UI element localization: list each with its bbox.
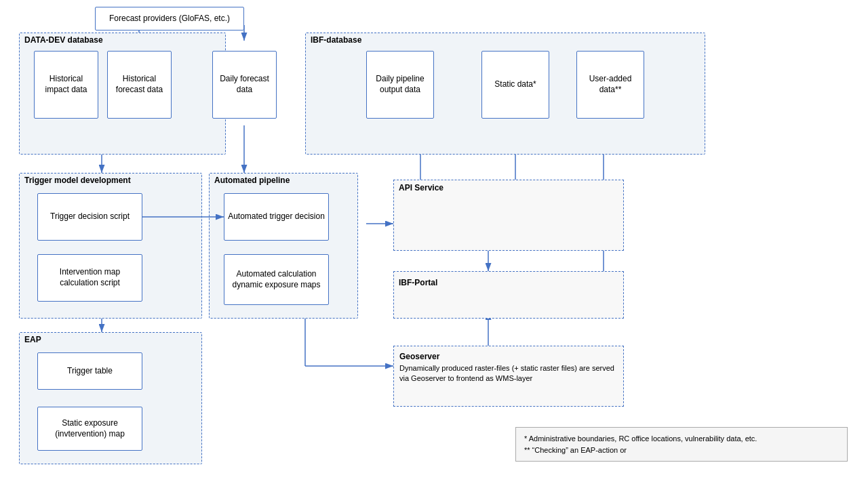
trigger-decision-label: Trigger decision script (50, 211, 130, 222)
diagram: Forecast providers (GloFAS, etc.) DATA-D… (0, 0, 868, 488)
geoserver-container: Geoserver Dynamically produced raster-fi… (393, 346, 624, 407)
footnote-line2: ** “Checking” an EAP-action or (524, 445, 839, 456)
geoserver-desc-label: Dynamically produced raster-files (+ sta… (399, 363, 618, 384)
automated-trigger-label: Automated trigger decision (228, 211, 325, 222)
daily-pipeline-label: Daily pipeline output data (370, 74, 431, 95)
footnote-box: * Administrative boundaries, RC office l… (515, 427, 848, 462)
automated-calc-box: Automated calculation dynamic exposure m… (224, 254, 329, 305)
automated-pipeline-label: Automated pipeline (214, 176, 290, 185)
intervention-map-box: Intervention map calculation script (37, 254, 142, 302)
data-dev-label: DATA-DEV database (24, 35, 103, 45)
daily-forecast-label: Daily forecast data (216, 74, 273, 95)
trigger-table-label: Trigger table (67, 366, 113, 377)
forecast-providers-label: Forecast providers (GloFAS, etc.) (109, 14, 230, 24)
user-added-label: User-added data** (580, 74, 641, 95)
static-data-box: Static data* (481, 51, 549, 119)
eap-label: EAP (24, 335, 41, 344)
api-service-label: API Service (399, 183, 443, 192)
trigger-model-label: Trigger model development (24, 176, 131, 185)
historical-forecast-box: Historical forecast data (107, 51, 172, 119)
intervention-map-label: Intervention map calculation script (41, 267, 139, 288)
automated-trigger-box: Automated trigger decision (224, 193, 329, 241)
historical-forecast-label: Historical forecast data (111, 74, 168, 95)
trigger-table-box: Trigger table (37, 352, 142, 390)
daily-pipeline-box: Daily pipeline output data (366, 51, 434, 119)
ibf-portal-label: IBF-Portal (399, 278, 437, 287)
geoserver-title-label: Geoserver (399, 352, 618, 361)
user-added-box: User-added data** (576, 51, 644, 119)
historical-impact-box: Historical impact data (34, 51, 98, 119)
ibf-db-label: IBF-database (311, 35, 361, 45)
static-data-label: Static data* (494, 79, 536, 90)
footnote-line1: * Administrative boundaries, RC office l… (524, 433, 839, 445)
historical-impact-label: Historical impact data (37, 74, 95, 95)
forecast-providers-box: Forecast providers (GloFAS, etc.) (95, 7, 244, 30)
automated-calc-label: Automated calculation dynamic exposure m… (227, 269, 326, 290)
trigger-decision-box: Trigger decision script (37, 193, 142, 241)
static-exposure-label: Static exposure (invtervention) map (41, 418, 139, 439)
daily-forecast-box: Daily forecast data (212, 51, 277, 119)
static-exposure-box: Static exposure (invtervention) map (37, 407, 142, 451)
